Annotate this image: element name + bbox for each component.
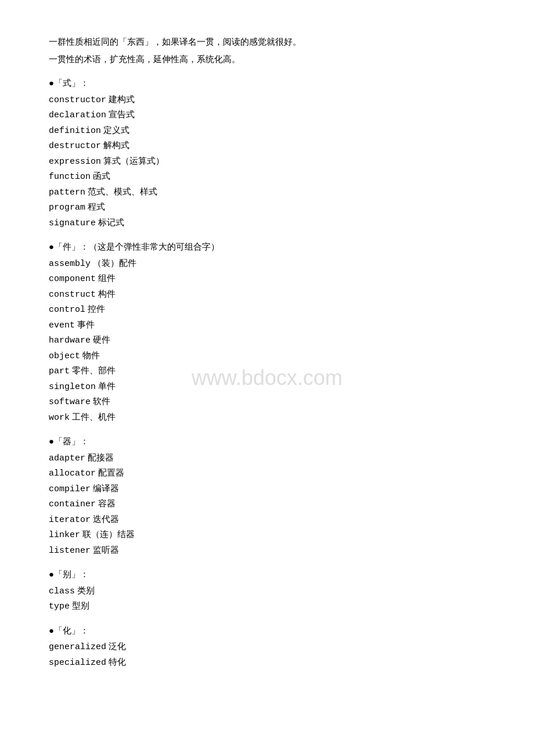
keyword-control: control	[49, 305, 85, 315]
entry-allocator: allocator 配置器	[49, 466, 485, 481]
keyword-class: class	[49, 586, 75, 596]
section-qi: ●「器」：adapter 配接器allocator 配置器compiler 编译…	[49, 434, 485, 558]
translation-declaration: 宣告式	[106, 110, 135, 119]
translation-container: 容器	[96, 499, 116, 508]
keyword-part: part	[49, 366, 70, 376]
keyword-listener: listener	[49, 546, 91, 556]
entry-declaration: declaration 宣告式	[49, 107, 485, 123]
translation-expression: 算式（运算式）	[101, 156, 164, 165]
translation-iterator: 迭代器	[91, 514, 119, 524]
keyword-software: software	[49, 397, 91, 407]
entry-destructor: destructor 解构式	[49, 138, 485, 154]
entry-type: type 型别	[49, 599, 485, 614]
content-block: 一群性质相近同的「东西」，如果译名一贯，阅读的感觉就很好。 一贯性的术语，扩充性…	[49, 35, 485, 670]
keyword-singleton: singleton	[49, 382, 96, 392]
keyword-destructor: destructor	[49, 141, 101, 151]
entry-iterator: iterator 迭代器	[49, 512, 485, 528]
entry-hardware: hardware 硬件	[49, 333, 485, 348]
section-jian: ●「件」：（这是个弹性非常大的可组合字）assembly （装）配件compon…	[49, 240, 485, 425]
translation-construct: 构件	[96, 289, 116, 298]
entry-adapter: adapter 配接器	[49, 451, 485, 466]
intro-line1: 一群性质相近同的「东西」，如果译名一贯，阅读的感觉就很好。	[49, 35, 485, 50]
translation-work: 工件、机件	[70, 412, 116, 422]
entry-compiler: compiler 编译器	[49, 481, 485, 497]
entry-construct: construct 构件	[49, 287, 485, 303]
entry-component: component 组件	[49, 271, 485, 287]
entry-generalized: generalized 泛化	[49, 639, 485, 655]
section-hua: ●「化」：generalized 泛化specialized 特化	[49, 624, 485, 671]
entry-linker: linker 联（连）结器	[49, 527, 485, 543]
keyword-function: function	[49, 172, 91, 182]
keyword-hardware: hardware	[49, 336, 91, 345]
translation-specialized: 特化	[106, 657, 126, 667]
entry-signature: signature 标记式	[49, 215, 485, 231]
entry-listener: listener 监听器	[49, 543, 485, 559]
translation-type: 型别	[70, 601, 89, 610]
translation-generalized: 泛化	[106, 642, 126, 651]
keyword-pattern: pattern	[49, 188, 85, 197]
keyword-signature: signature	[49, 218, 96, 228]
translation-signature: 标记式	[96, 218, 124, 227]
section-header-hua: ●「化」：	[49, 624, 485, 639]
entry-specialized: specialized 特化	[49, 655, 485, 671]
section-header-qi: ●「器」：	[49, 434, 485, 449]
entry-work: work 工件、机件	[49, 410, 485, 426]
translation-function: 函式	[91, 171, 110, 181]
keyword-adapter: adapter	[49, 453, 85, 463]
keyword-allocator: allocator	[49, 469, 96, 478]
keyword-construct: construct	[49, 290, 96, 300]
section-shi: ●「式」：constructor 建构式declaration 宣告式defin…	[49, 76, 485, 231]
translation-allocator: 配置器	[96, 468, 124, 477]
keyword-definition: definition	[49, 126, 101, 136]
translation-singleton: 单件	[96, 381, 116, 391]
keyword-event: event	[49, 321, 75, 330]
keyword-specialized: specialized	[49, 658, 106, 668]
entry-container: container 容器	[49, 496, 485, 512]
translation-definition: 定义式	[101, 125, 129, 135]
keyword-container: container	[49, 499, 96, 509]
entry-control: control 控件	[49, 302, 485, 318]
translation-listener: 监听器	[91, 545, 119, 555]
translation-part: 零件、部件	[70, 366, 116, 375]
translation-component: 组件	[96, 273, 116, 283]
entry-program: program 程式	[49, 200, 485, 215]
translation-program: 程式	[85, 202, 105, 211]
translation-object: 物件	[80, 351, 100, 360]
translation-linker: 联（连）结器	[80, 530, 135, 539]
keyword-object: object	[49, 351, 80, 361]
translation-adapter: 配接器	[85, 453, 114, 462]
keyword-program: program	[49, 203, 85, 213]
entry-constructor: constructor 建构式	[49, 92, 485, 108]
translation-assembly: （装）配件	[91, 258, 136, 268]
entry-definition: definition 定义式	[49, 123, 485, 139]
entry-singleton: singleton 单件	[49, 379, 485, 395]
translation-event: 事件	[75, 320, 95, 329]
section-header-bie: ●「别」：	[49, 567, 485, 582]
section-bie: ●「别」：class 类别type 型别	[49, 567, 485, 614]
entry-assembly: assembly （装）配件	[49, 256, 485, 272]
entry-class: class 类别	[49, 584, 485, 599]
keyword-declaration: declaration	[49, 110, 106, 120]
keyword-iterator: iterator	[49, 515, 91, 525]
keyword-constructor: constructor	[49, 95, 106, 105]
translation-control: 控件	[85, 304, 105, 314]
keyword-generalized: generalized	[49, 642, 106, 652]
sections-container: ●「式」：constructor 建构式declaration 宣告式defin…	[49, 76, 485, 670]
entry-expression: expression 算式（运算式）	[49, 154, 485, 170]
translation-software: 软件	[91, 397, 110, 406]
translation-pattern: 范式、模式、样式	[85, 187, 157, 196]
keyword-compiler: compiler	[49, 484, 91, 494]
translation-compiler: 编译器	[91, 484, 119, 493]
translation-class: 类别	[75, 586, 95, 595]
intro-section: 一群性质相近同的「东西」，如果译名一贯，阅读的感觉就很好。 一贯性的术语，扩充性…	[49, 35, 485, 67]
section-header-shi: ●「式」：	[49, 76, 485, 91]
entry-pattern: pattern 范式、模式、样式	[49, 185, 485, 200]
section-header-jian: ●「件」：（这是个弹性非常大的可组合字）	[49, 240, 485, 255]
keyword-type: type	[49, 602, 70, 611]
entry-event: event 事件	[49, 318, 485, 333]
translation-hardware: 硬件	[91, 335, 110, 344]
translation-destructor: 解构式	[101, 141, 129, 150]
entry-software: software 软件	[49, 394, 485, 410]
keyword-component: component	[49, 274, 96, 284]
keyword-expression: expression	[49, 157, 101, 167]
